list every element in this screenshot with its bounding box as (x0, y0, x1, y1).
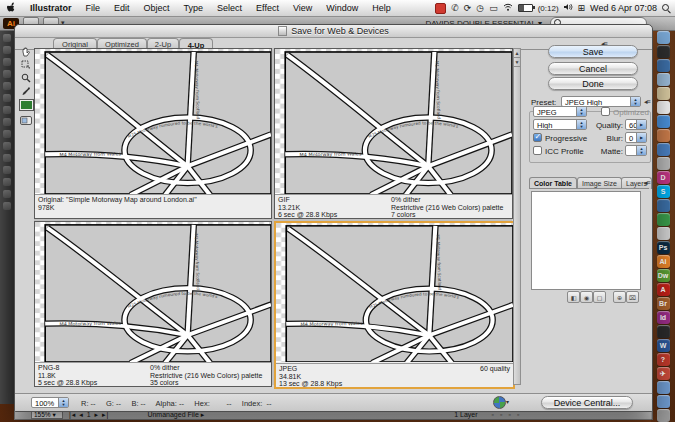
dock-media-d[interactable]: D (657, 171, 670, 184)
preview-grid: Original: "Simple Motorway Map around Lo… (34, 48, 512, 385)
stepper-arrows-icon: ▲▼ (636, 146, 646, 155)
hand-tool[interactable] (18, 46, 33, 58)
matte-select[interactable]: ▲▼ (625, 145, 647, 156)
save-for-web-dialog: Save for Web & Devices Original Optimize… (14, 24, 653, 412)
dock-red-badge[interactable]: ? (657, 353, 670, 366)
map-transparent-button[interactable]: ▢ (593, 291, 606, 303)
dock-folder-1[interactable] (657, 381, 670, 394)
menu-bar: Illustrator File Edit Object Type Select… (0, 0, 675, 17)
dock-phone-app[interactable] (657, 199, 670, 212)
zoom-tool[interactable] (18, 72, 33, 84)
menu-item-window[interactable]: Window (319, 3, 365, 13)
input-menu-icon[interactable]: ⊞ (578, 3, 586, 13)
delete-color-button[interactable]: ⌧ (626, 291, 639, 303)
apple-menu-icon[interactable] (0, 2, 23, 15)
preview-pane-original[interactable]: Original: "Simple Motorway Map around Lo… (34, 48, 272, 219)
dock-acrobat[interactable]: A (657, 283, 670, 296)
sync-menu-icon[interactable]: ⟳ (464, 3, 472, 13)
stepper-arrows-icon: ▲▼ (576, 120, 586, 129)
dock-chart-app[interactable] (657, 213, 670, 226)
dock-color-wheel[interactable] (657, 325, 670, 338)
color-table-panel-menu-icon[interactable]: ◂≡ (644, 179, 650, 187)
preview-pane-gif[interactable]: GIF 13.21K 6 sec @ 28.8 Kbps 0% dither R… (274, 48, 513, 219)
icc-profile-checkbox[interactable] (533, 146, 542, 155)
spotlight-icon[interactable] (662, 4, 670, 12)
dock-notes[interactable] (657, 87, 670, 100)
menu-item-object[interactable]: Object (137, 3, 177, 13)
dock-finder[interactable] (657, 31, 670, 44)
scroll-up-icon[interactable]: ▲ (514, 49, 520, 58)
menu-item-effect[interactable]: Effect (249, 3, 286, 13)
preview-in-browser-icon[interactable] (493, 396, 506, 409)
dock: D S Ps Ai Dw A Br Id W ? ✈ (651, 16, 675, 422)
scroll-down-icon[interactable]: ▼ (514, 58, 520, 67)
dock-travel-app[interactable]: ✈ (657, 367, 670, 380)
preview-pane-png8[interactable]: PNG-8 11.8K 5 sec @ 28.8 Kbps 0% dither … (34, 221, 272, 387)
layers-count: 1 Layer (454, 411, 477, 418)
dock-calendar[interactable] (657, 101, 670, 114)
displays-menu-icon[interactable]: ▭ (489, 3, 498, 13)
slice-select-tool[interactable] (18, 59, 33, 71)
layers-panel-buttons[interactable]: ▫ ▫ ▫ ▫ (492, 411, 522, 418)
dock-photos[interactable] (657, 129, 670, 142)
preview-scrollbar[interactable]: ▲ ▼ (513, 48, 521, 385)
blur-input[interactable]: 0▶ (625, 132, 647, 143)
dock-downloads[interactable] (657, 143, 670, 156)
battery-icon[interactable] (518, 4, 533, 12)
cancel-button[interactable]: Cancel (548, 62, 638, 75)
menu-item-app[interactable]: Illustrator (23, 3, 79, 13)
dock-indesign[interactable]: Id (657, 311, 670, 324)
save-button[interactable]: Save (548, 45, 638, 58)
dock-dreamweaver[interactable]: Dw (657, 269, 670, 282)
format-select[interactable]: JPEG▲▼ (533, 106, 587, 117)
preview-zoom-select[interactable]: 100%▲▼ (31, 397, 69, 408)
preset-panel-menu-icon[interactable]: ◂≡ (644, 98, 650, 106)
menu-clock[interactable]: Wed 6 Apr 07:08 (590, 3, 657, 13)
phone-menu-icon[interactable]: ✆ (451, 3, 459, 13)
dock-network-globe[interactable] (657, 59, 670, 72)
quality-level-select[interactable]: High▲▼ (533, 119, 587, 130)
timer-menu-icon[interactable]: ◷ (476, 3, 484, 13)
preview-pane-jpeg-selected[interactable]: JPEG 34.81K 13 sec @ 28.8 Kbps 60 qualit… (274, 221, 515, 389)
new-color-button[interactable]: ⊕ (613, 291, 626, 303)
dock-bridge[interactable]: Br (657, 297, 670, 310)
menu-item-file[interactable]: File (79, 3, 108, 13)
web-shift-color-button[interactable]: ◧ (567, 291, 580, 303)
done-button[interactable]: Done (548, 77, 638, 90)
lock-color-button[interactable]: ◉ (580, 291, 593, 303)
dock-dashboard[interactable] (657, 45, 670, 58)
dock-word[interactable]: W (657, 339, 670, 352)
wifi-icon[interactable] (503, 3, 513, 13)
browser-select-caret[interactable]: ▾ (506, 398, 509, 405)
eyedropper-tool[interactable] (18, 85, 33, 97)
dock-skype[interactable]: S (657, 185, 670, 198)
menu-item-edit[interactable]: Edit (107, 3, 137, 13)
device-central-button[interactable]: Device Central... (541, 396, 633, 409)
map-preview (275, 49, 512, 194)
eyedropper-color-swatch[interactable] (19, 99, 34, 111)
dock-folder-2[interactable] (657, 395, 670, 408)
menu-item-type[interactable]: Type (177, 3, 211, 13)
optimized-label: Optimized (613, 108, 649, 117)
volume-icon[interactable] (564, 3, 573, 13)
dock-archive-box[interactable] (657, 157, 670, 170)
toggle-slices-button[interactable] (18, 114, 33, 126)
progressive-checkbox[interactable] (533, 133, 542, 142)
battery-time: (0:12) (538, 4, 559, 13)
dock-safari[interactable] (657, 115, 670, 128)
dock-text-edit[interactable] (657, 227, 670, 240)
dialog-title: Save for Web & Devices (291, 26, 388, 36)
menu-item-select[interactable]: Select (210, 3, 249, 13)
dock-illustrator[interactable]: Ai (657, 255, 670, 268)
dock-photoshop[interactable]: Ps (657, 241, 670, 254)
color-readout: R: -- G: -- B: -- Alpha: -- Hex: -- Inde… (81, 399, 271, 408)
menu-item-help[interactable]: Help (365, 3, 398, 13)
optimized-checkbox[interactable] (601, 107, 610, 116)
dock-preview[interactable] (657, 73, 670, 86)
parallels-menu-icon[interactable] (435, 3, 446, 14)
panel-divider (529, 188, 649, 189)
dock-trash[interactable] (657, 409, 670, 422)
stepper-arrows-icon: ▲▼ (58, 398, 68, 407)
menu-item-view[interactable]: View (286, 3, 319, 13)
quality-input[interactable]: 60▶ (625, 119, 647, 130)
